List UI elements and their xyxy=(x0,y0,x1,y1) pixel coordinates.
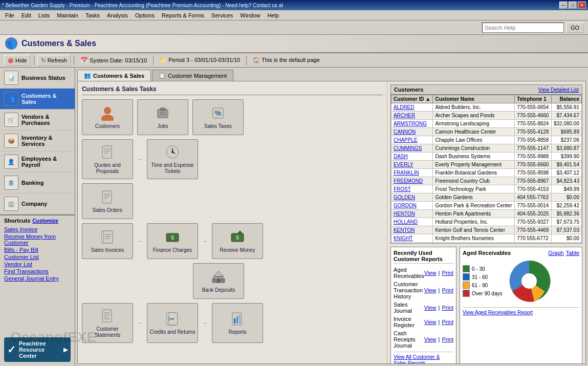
table-row[interactable]: GOLDEN Golden Gardens 404 555-7763 $0.00 xyxy=(391,193,581,202)
report-aged-print[interactable]: Print xyxy=(442,270,453,276)
customer-id[interactable]: ALDRED xyxy=(391,103,432,112)
sidebar-item-company[interactable]: 🏢 Company xyxy=(0,193,75,214)
table-row[interactable]: ARMSTRONG Armstrong Landscaping 770-555-… xyxy=(391,120,581,128)
task-sales-orders[interactable]: Sales Orders xyxy=(82,183,133,219)
report-transaction-print[interactable]: Print xyxy=(442,287,453,293)
task-reports[interactable]: Reports xyxy=(212,303,263,343)
task-bank-deposits[interactable]: Bank Deposits xyxy=(193,263,244,299)
tab-customer-management[interactable]: 📋 Customer Management xyxy=(152,70,233,81)
customer-id[interactable]: FROST xyxy=(391,185,432,193)
minimize-button[interactable]: ─ xyxy=(559,2,568,9)
shortcut-customer-list[interactable]: Customer List xyxy=(4,253,71,261)
task-credits-returns[interactable]: Credits and Returns xyxy=(147,303,198,343)
table-row[interactable]: CHAPPLE Chapple Law Offices 770-555-8858… xyxy=(391,136,581,144)
menu-options[interactable]: Options xyxy=(132,11,158,19)
shortcut-sales-invoice[interactable]: Sales Invoice xyxy=(4,226,71,233)
menu-edit[interactable]: Edit xyxy=(18,11,34,19)
shortcut-bills[interactable]: Bills - Pay Bill xyxy=(4,246,71,253)
table-row[interactable]: FREEMOND Freemond Country Club 770-555-8… xyxy=(391,177,581,185)
refresh-button[interactable]: ↻ Refresh xyxy=(37,55,71,66)
maximize-button[interactable]: □ xyxy=(569,2,577,9)
aged-graph-link[interactable]: Graph xyxy=(548,250,564,256)
hide-button[interactable]: ⊗ Hide xyxy=(4,55,31,66)
customer-id[interactable]: FRANKLIN xyxy=(391,169,432,177)
table-row[interactable]: DASH Dash Business Systems 770-555-9988 … xyxy=(391,153,581,161)
task-time-expense[interactable]: Time and Expense Tickets xyxy=(147,139,198,179)
report-sales-print[interactable]: Print xyxy=(442,305,453,311)
customer-id[interactable]: DASH xyxy=(391,153,432,161)
customize-link[interactable]: Customize xyxy=(32,218,58,224)
table-row[interactable]: HOLLAND Holland Properties, Inc. 770-555… xyxy=(391,218,581,226)
customer-id[interactable]: KENTON xyxy=(391,226,432,234)
col-header-id[interactable]: Customer ID ▲ xyxy=(391,95,432,103)
menu-lists[interactable]: Lists xyxy=(35,11,53,19)
customer-id[interactable]: GORDON xyxy=(391,202,432,210)
menu-analysis[interactable]: Analysis xyxy=(104,11,131,19)
task-customers[interactable]: Customers xyxy=(82,99,133,135)
shortcut-find-transactions[interactable]: Find Transactions xyxy=(4,268,71,275)
close-button[interactable]: ✕ xyxy=(578,2,586,9)
task-receive-money[interactable]: $ Receive Money xyxy=(212,223,263,259)
table-row[interactable]: CUMMINGS Cummings Construction 770-555-1… xyxy=(391,144,581,153)
report-sales-view[interactable]: View xyxy=(424,305,437,311)
customer-id[interactable]: MASON xyxy=(391,243,432,244)
table-row[interactable]: MASON Mason Office Park 770-555-3311 $49… xyxy=(391,243,581,244)
view-aged-report-link[interactable]: View Aged Receivables Report xyxy=(463,310,533,315)
menu-services[interactable]: Services xyxy=(208,11,236,19)
table-row[interactable]: FRANKLIN Franklin Botanical Gardens 770-… xyxy=(391,169,581,177)
menu-tasks[interactable]: Tasks xyxy=(82,11,103,19)
menu-help[interactable]: Help xyxy=(264,11,282,19)
task-jobs[interactable]: Jobs xyxy=(137,99,188,135)
aged-table-link[interactable]: Table xyxy=(566,250,579,256)
customer-id[interactable]: CANNON xyxy=(391,128,432,136)
menu-reports-forms[interactable]: Reports & Forms xyxy=(159,11,207,19)
view-all-link[interactable]: View All Customer & Sales Reports xyxy=(394,354,440,363)
table-row[interactable]: FROST Frost Technology Park 770-555-4153… xyxy=(391,185,581,193)
table-row[interactable]: ALDRED Aldred Builders, Inc. 770-555-065… xyxy=(391,103,581,112)
shortcut-journal-entry[interactable]: General Journal Entry xyxy=(4,275,71,282)
shortcut-vendor-list[interactable]: Vendor List xyxy=(4,261,71,268)
customer-id[interactable]: EVERLY xyxy=(391,161,432,169)
sidebar-item-business-status[interactable]: 📊 Business Status xyxy=(0,68,75,89)
table-row[interactable]: HENTON Henton Park Apartments 404-555-20… xyxy=(391,210,581,218)
customer-id[interactable]: KNIGHT xyxy=(391,234,432,243)
col-header-name[interactable]: Customer Name xyxy=(433,95,515,103)
col-header-balance[interactable]: Balance xyxy=(551,95,581,103)
customer-id[interactable]: GOLDEN xyxy=(391,193,432,202)
task-quotes[interactable]: Quotes and Proposals xyxy=(82,139,133,179)
table-row[interactable]: EVERLY Everly Property Management 770-55… xyxy=(391,161,581,169)
sidebar-item-customers-sales[interactable]: 👥 Customers & Sales xyxy=(0,89,75,110)
customer-id[interactable]: HOLLAND xyxy=(391,218,432,226)
task-customer-statements[interactable]: Customer Statements xyxy=(82,303,133,343)
shortcut-receive-money[interactable]: Receive Money from Customer xyxy=(4,233,71,246)
table-row[interactable]: CANNON Cannon Healthcare Center 770-555-… xyxy=(391,128,581,136)
sidebar-item-employees[interactable]: 👤 Employees & Payroll xyxy=(0,152,75,173)
sidebar-item-inventory[interactable]: 📦 Inventory & Services xyxy=(0,131,75,152)
menu-window[interactable]: Window xyxy=(237,11,263,19)
col-header-phone[interactable]: Telephone 1 xyxy=(515,95,552,103)
view-detailed-list-link[interactable]: View Detailed List xyxy=(538,87,579,93)
menu-maintain[interactable]: Maintain xyxy=(54,11,81,19)
search-button[interactable]: GO xyxy=(566,23,584,33)
menu-file[interactable]: File xyxy=(2,11,17,19)
table-row[interactable]: KENTON Kenton Golf and Tennis Center 770… xyxy=(391,226,581,234)
sidebar-item-banking[interactable]: 🏦 Banking xyxy=(0,173,75,193)
task-sales-taxes[interactable]: % Sales Taxes xyxy=(192,99,244,135)
customer-id[interactable]: CHAPPLE xyxy=(391,136,432,144)
customer-id[interactable]: FREEMOND xyxy=(391,177,432,185)
sidebar-item-vendors[interactable]: 🛒 Vendors & Purchases xyxy=(0,110,75,131)
report-aged-view[interactable]: View xyxy=(424,270,437,276)
search-input[interactable] xyxy=(482,23,564,33)
report-invoice-view[interactable]: View xyxy=(424,319,437,325)
task-sales-invoices[interactable]: Sales Invoices xyxy=(82,223,133,259)
table-row[interactable]: GORDON Gordon Park & Recreation Center 7… xyxy=(391,202,581,210)
report-receipts-print[interactable]: Print xyxy=(442,336,453,342)
customer-id[interactable]: CUMMINGS xyxy=(391,144,432,153)
report-transaction-view[interactable]: View xyxy=(424,287,437,293)
table-row[interactable]: ARCHER Archer Scapes and Ponds 770-555-4… xyxy=(391,112,581,120)
customer-id[interactable]: ARMSTRONG xyxy=(391,120,432,128)
table-row[interactable]: KNIGHT Knight Brothers Nurseries 770 555… xyxy=(391,234,581,243)
customer-id[interactable]: HENTON xyxy=(391,210,432,218)
report-receipts-view[interactable]: View xyxy=(424,336,437,342)
customer-id[interactable]: ARCHER xyxy=(391,112,432,120)
